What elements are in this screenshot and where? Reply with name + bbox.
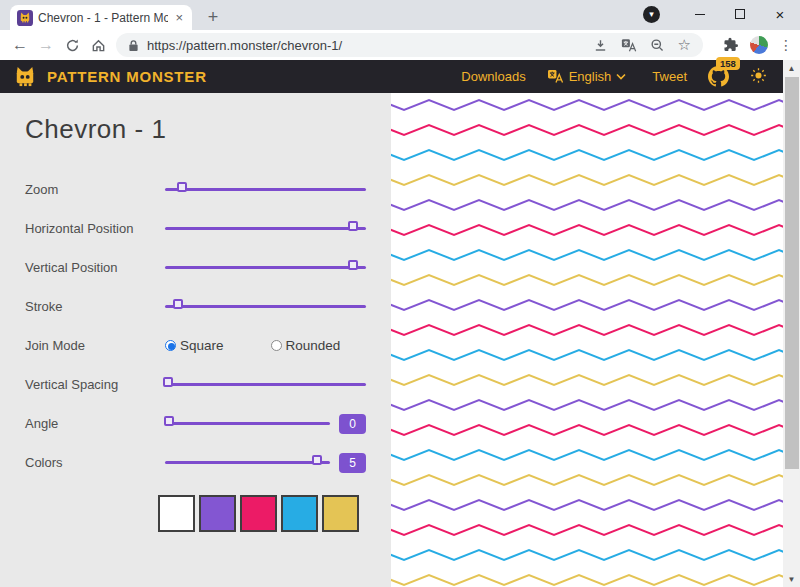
github-star-count-badge: 158 [716,57,740,70]
slider-track[interactable] [165,422,330,425]
minimize-button[interactable] [680,0,720,28]
slider-thumb[interactable] [312,455,322,465]
chevron-row-10 [391,350,783,360]
slider-thumb[interactable] [164,416,174,426]
chevron-down-icon [616,73,626,80]
profile-avatar[interactable] [750,36,768,54]
radio-square[interactable]: Square [165,338,224,353]
chevron-row-14 [391,450,783,460]
slider-track[interactable] [165,227,366,230]
scrollbar-down-arrow[interactable]: ▼ [783,571,800,587]
tab-close-icon[interactable]: × [173,10,185,25]
chevron-row-6 [391,250,783,260]
bookmark-star-button[interactable]: ☆ [678,36,691,54]
page-scrollbar[interactable]: ▲ ▼ [783,60,800,587]
chevron-row-3 [391,175,783,185]
zoom-label: Zoom [25,182,165,197]
maximize-icon [735,9,745,19]
scrollbar-thumb[interactable] [785,77,799,469]
theme-toggle-button[interactable] [750,67,767,87]
slider-track[interactable] [165,305,366,308]
chevron-row-16 [391,500,783,510]
scrollbar-up-arrow[interactable]: ▲ [783,60,800,76]
join-mode-radio-group: Square Rounded [165,338,366,353]
close-button[interactable]: × [760,0,800,28]
page-viewport: PATTERN MONSTER Downloads English Tweet [0,60,800,587]
chevron-row-15 [391,475,783,485]
angle-value-badge: 0 [339,414,366,434]
address-bar[interactable]: https://pattern.monster/chevron-1/ [116,33,703,57]
vertical-position-label: Vertical Position [25,260,165,275]
vertical-position-slider[interactable] [165,260,366,276]
browser-window: Chevron - 1 - Pattern Monster × + ▾ × ← … [0,0,800,587]
window-controls: ▾ × [643,0,800,28]
angle-slider[interactable] [165,416,330,432]
site-brand[interactable]: PATTERN MONSTER [14,66,207,87]
chevron-row-9 [391,325,783,335]
control-row-colors: Colors 5 [0,443,391,482]
stroke-label: Stroke [25,299,165,314]
chevron-row-5 [391,225,783,235]
maximize-button[interactable] [720,0,760,28]
slider-thumb[interactable] [348,260,358,270]
nav-tweet-link[interactable]: Tweet [652,69,687,84]
vertical-spacing-slider[interactable] [165,377,366,393]
browser-update-icon[interactable]: ▾ [643,6,660,23]
colors-slider[interactable] [165,455,330,471]
color-swatch-4[interactable] [322,495,359,532]
angle-label: Angle [25,416,165,431]
chevron-row-17 [391,525,783,535]
sun-icon [750,67,767,84]
slider-track[interactable] [165,188,366,191]
slider-thumb[interactable] [348,221,358,231]
slider-thumb[interactable] [163,377,173,387]
home-button[interactable] [85,32,111,58]
controls-list: Zoom Horizontal Position [0,170,391,482]
horizontal-position-label: Horizontal Position [25,221,165,236]
radio-rounded-label: Rounded [286,338,341,353]
horizontal-position-slider[interactable] [165,221,366,237]
site-nav: Downloads English Tweet 158 [440,66,767,87]
join-mode-label: Join Mode [25,338,165,353]
extensions-puzzle-icon[interactable] [723,37,739,53]
zoom-out-button[interactable] [650,38,665,53]
slider-track[interactable] [165,383,366,386]
control-row-stroke: Stroke [0,287,391,326]
browser-menu-icon[interactable]: ⋮ [779,37,793,53]
forward-button[interactable]: → [33,32,59,58]
nav-downloads-link[interactable]: Downloads [461,69,525,84]
slider-track[interactable] [165,461,330,464]
reload-button[interactable] [59,32,85,58]
control-row-vertical-position: Vertical Position [0,248,391,287]
reload-icon [65,38,80,53]
color-swatch-1[interactable] [199,495,236,532]
browser-tab[interactable]: Chevron - 1 - Pattern Monster × [10,5,192,30]
radio-selected-icon[interactable] [165,340,176,351]
zoom-slider[interactable] [165,182,366,198]
nav-language-menu[interactable]: English [547,69,632,84]
radio-square-label: Square [180,338,224,353]
site-header: PATTERN MONSTER Downloads English Tweet [0,60,783,93]
chevron-row-18 [391,550,783,560]
color-swatch-0[interactable] [158,495,195,532]
download-page-button[interactable] [593,38,608,53]
color-swatch-2[interactable] [240,495,277,532]
new-tab-button[interactable]: + [199,5,227,30]
browser-toolbar: ← → https://pattern.monster/chevron-1/ [0,30,800,60]
pattern-preview [391,93,783,587]
slider-thumb[interactable] [173,299,183,309]
radio-unselected-icon[interactable] [271,340,282,351]
nav-github-link[interactable]: 158 [708,66,729,87]
url-text[interactable]: https://pattern.monster/chevron-1/ [147,38,342,53]
stroke-slider[interactable] [165,299,366,315]
back-button[interactable]: ← [7,32,33,58]
translate-button[interactable] [621,38,637,53]
slider-thumb[interactable] [177,182,187,192]
slider-track[interactable] [165,266,366,269]
chevron-row-2 [391,150,783,160]
color-swatch-3[interactable] [281,495,318,532]
radio-rounded[interactable]: Rounded [271,338,341,353]
language-icon [547,69,564,84]
toolbar-right: ⋮ [712,36,793,54]
chevron-row-19 [391,575,783,585]
